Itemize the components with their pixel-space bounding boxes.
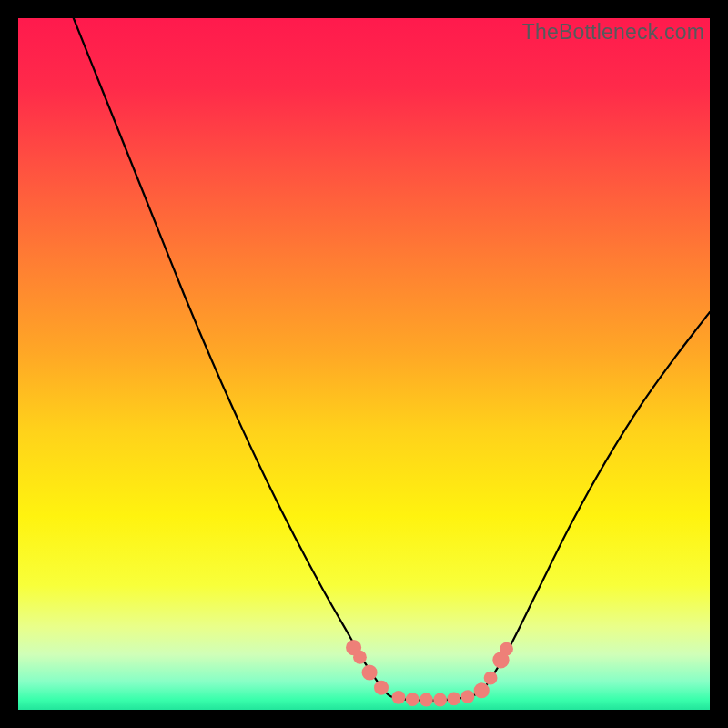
data-marker [406, 693, 420, 706]
data-marker [461, 690, 475, 703]
data-marker [353, 651, 367, 664]
chart-frame: TheBottleneck.com [18, 18, 710, 710]
data-marker [420, 693, 433, 707]
data-marker [447, 692, 460, 705]
data-marker [484, 672, 498, 685]
data-marker [500, 642, 513, 656]
bottleneck-curve [18, 18, 710, 710]
data-marker [433, 693, 447, 707]
data-marker [474, 682, 490, 698]
data-marker [392, 691, 406, 704]
data-marker [362, 664, 378, 680]
v-curve-path [74, 18, 710, 701]
data-marker [374, 681, 389, 695]
